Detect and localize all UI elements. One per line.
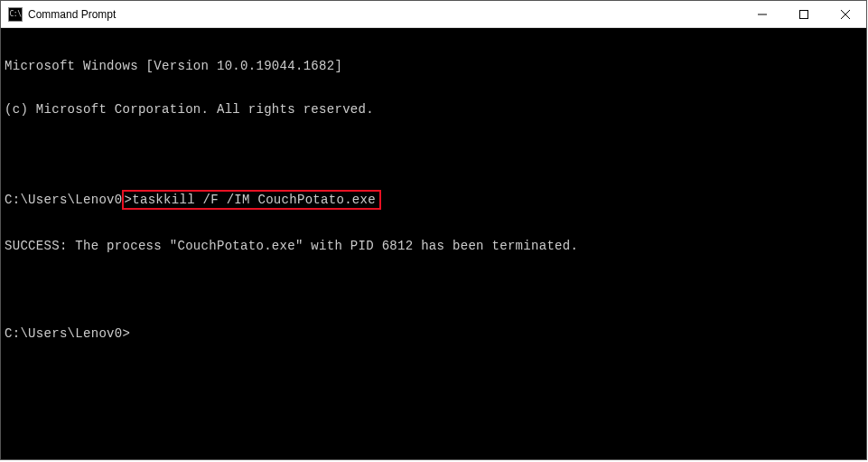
highlighted-command-box: >taskkill /F /IM CouchPotato.exe <box>122 190 381 210</box>
command-line-1: C:\Users\Lenov0>taskkill /F /IM CouchPot… <box>5 190 863 210</box>
app-icon-label: C:\ <box>10 11 22 18</box>
prompt-gt: > <box>125 193 133 207</box>
close-button[interactable] <box>825 1 866 27</box>
minimize-button[interactable] <box>742 1 783 27</box>
app-icon: C:\ <box>8 7 23 22</box>
close-icon <box>841 10 850 19</box>
copyright-line: (c) Microsoft Corporation. All rights re… <box>5 102 863 117</box>
maximize-button[interactable] <box>783 1 825 27</box>
terminal-area[interactable]: Microsoft Windows [Version 10.0.19044.16… <box>1 28 866 459</box>
version-line: Microsoft Windows [Version 10.0.19044.16… <box>5 59 863 73</box>
titlebar[interactable]: C:\ Command Prompt <box>1 1 866 28</box>
blank-line <box>5 146 863 161</box>
window-title: Command Prompt <box>28 8 742 21</box>
prompt-line-2: C:\Users\Lenov0> <box>5 326 863 341</box>
command-text: taskkill /F /IM CouchPotato.exe <box>132 193 376 207</box>
maximize-icon <box>799 10 808 19</box>
minimize-icon <box>758 10 767 19</box>
blank-line-2 <box>5 283 863 297</box>
prompt-text: C:\Users\Lenov0 <box>5 193 123 207</box>
output-line: SUCCESS: The process "CouchPotato.exe" w… <box>5 239 863 253</box>
svg-rect-1 <box>800 10 808 18</box>
command-prompt-window: C:\ Command Prompt Microsoft Windows [Ve… <box>0 0 867 460</box>
window-controls <box>742 1 866 27</box>
